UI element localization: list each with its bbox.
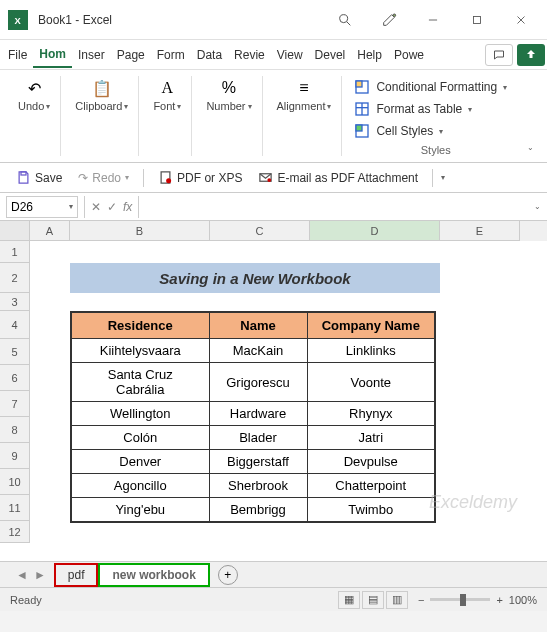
column-header[interactable]: A [30,221,70,241]
formula-input[interactable]: ⌄ [139,196,547,218]
menu-help[interactable]: Help [351,43,388,67]
maximize-button[interactable] [459,6,495,34]
alignment-label: Alignment [277,100,326,112]
conditional-formatting-button[interactable]: Conditional Formatting▾ [354,76,517,98]
redo-button[interactable]: ↷ Redo▾ [72,169,135,187]
table-row: Ying'ebuBembriggTwimbo [71,498,435,523]
number-label: Number [206,100,245,112]
menu-developer[interactable]: Devel [309,43,352,67]
table-row: WellingtonHardwareRhynyx [71,402,435,426]
pdf-xps-button[interactable]: PDF or XPS [152,168,248,187]
comments-button[interactable] [485,44,513,66]
cell-styles-button[interactable]: Cell Styles▾ [354,120,517,142]
cancel-formula-icon[interactable]: ✕ [91,200,101,214]
number-button[interactable]: % Number▾ [202,76,255,114]
excel-app-icon: X [8,10,28,30]
title-bar: X Book1 - Excel [0,0,547,40]
row-header[interactable]: 3 [0,293,30,311]
page-break-button[interactable]: ▥ [386,591,408,609]
column-header[interactable]: D [310,221,440,241]
menu-bar: File Hom Inser Page Form Data Revie View… [0,40,547,70]
svg-rect-6 [474,16,481,23]
conditional-icon [354,79,370,95]
row-header[interactable]: 8 [0,417,30,443]
add-sheet-button[interactable]: + [218,565,238,585]
menu-home[interactable]: Hom [33,42,72,68]
zoom-out-button[interactable]: − [418,594,424,606]
qat-dropdown[interactable]: ▾ [441,173,445,182]
row-header[interactable]: 11 [0,495,30,521]
pdf-icon [158,170,173,185]
ribbon-collapse-button[interactable]: ⌄ [521,76,539,156]
menu-view[interactable]: View [271,43,309,67]
paste-icon: 📋 [92,78,112,98]
sheet-title-cell[interactable]: Saving in a New Workbook [70,263,440,293]
row-header[interactable]: 10 [0,469,30,495]
percent-icon: % [219,78,239,98]
column-header[interactable]: C [210,221,310,241]
font-label: Font [153,100,175,112]
tab-prev-icon[interactable]: ◄ [16,568,28,582]
undo-label: Undo [18,100,44,112]
ribbon: ↶ Undo▾ 📋 Clipboard▾ A Font▾ % Number▾ ≡… [0,70,547,163]
sheet-tab-new-workbook[interactable]: new workbook [98,563,209,587]
fx-button[interactable]: fx [123,200,132,214]
undo-button[interactable]: ↶ Undo▾ [14,76,54,114]
table-icon [354,101,370,117]
menu-file[interactable]: File [2,43,33,67]
row-header[interactable]: 7 [0,391,30,417]
zoom-level[interactable]: 100% [509,594,537,606]
zoom-slider[interactable] [430,598,490,601]
svg-point-20 [268,178,272,182]
close-button[interactable] [503,6,539,34]
column-header[interactable]: E [440,221,520,241]
format-table-label: Format as Table [376,102,462,116]
row-header[interactable]: 6 [0,365,30,391]
conditional-label: Conditional Formatting [376,80,497,94]
table-row: KiihtelysvaaraMacKainLinklinks [71,339,435,363]
table-header[interactable]: Name [209,312,307,339]
menu-data[interactable]: Data [191,43,228,67]
row-header[interactable]: 9 [0,443,30,469]
normal-view-button[interactable]: ▦ [338,591,360,609]
menu-insert[interactable]: Inser [72,43,111,67]
sheet-tab-pdf[interactable]: pdf [54,563,99,587]
zoom-in-button[interactable]: + [496,594,502,606]
menu-formulas[interactable]: Form [151,43,191,67]
row-header[interactable]: 5 [0,339,30,365]
pen-icon[interactable] [371,6,407,34]
clipboard-button[interactable]: 📋 Clipboard▾ [71,76,132,114]
select-all-corner[interactable] [0,221,30,241]
row-header[interactable]: 12 [0,521,30,543]
row-header[interactable]: 4 [0,311,30,339]
column-header[interactable]: B [70,221,210,241]
svg-rect-15 [356,125,362,131]
accept-formula-icon[interactable]: ✓ [107,200,117,214]
search-icon[interactable] [327,6,363,34]
save-button[interactable]: Save [10,168,68,187]
alignment-button[interactable]: ≡ Alignment▾ [273,76,336,114]
row-header[interactable]: 2 [0,263,30,293]
row-header[interactable]: 1 [0,241,30,263]
redo-icon: ↷ [78,171,88,185]
clipboard-label: Clipboard [75,100,122,112]
name-box-value: D26 [11,200,33,214]
table-row: ColónBladerJatri [71,426,435,450]
share-button[interactable] [517,44,545,66]
spreadsheet-grid[interactable]: A B C D E 1 2 3 4 5 6 7 8 9 10 11 12 Sav… [0,221,547,561]
email-pdf-button[interactable]: E-mail as PDF Attachment [252,168,424,187]
table-header[interactable]: Residence [71,312,209,339]
tab-next-icon[interactable]: ► [34,568,46,582]
status-ready: Ready [10,594,338,606]
format-as-table-button[interactable]: Format as Table▾ [354,98,517,120]
table-header[interactable]: Company Name [307,312,435,339]
menu-power[interactable]: Powe [388,43,430,67]
page-layout-button[interactable]: ▤ [362,591,384,609]
name-box[interactable]: D26 ▾ [6,196,78,218]
menu-page[interactable]: Page [111,43,151,67]
alignment-icon: ≡ [294,78,314,98]
menu-review[interactable]: Revie [228,43,271,67]
table-row: DenverBiggerstaffDevpulse [71,450,435,474]
font-button[interactable]: A Font▾ [149,76,185,114]
minimize-button[interactable] [415,6,451,34]
